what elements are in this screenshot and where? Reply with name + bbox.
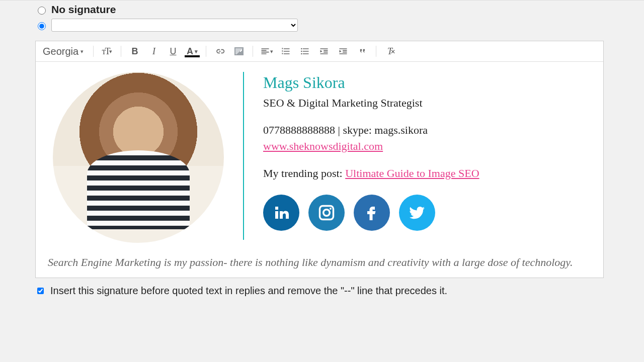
social-icons — [263, 195, 479, 231]
no-signature-label: No signature — [51, 4, 116, 16]
signature-tagline: Search Engine Marketing is my passion- t… — [48, 255, 591, 270]
svg-rect-3 — [320, 206, 334, 219]
image-icon — [234, 47, 244, 55]
signature-skype: mags.sikora — [374, 124, 428, 136]
avatar — [53, 72, 224, 243]
twitter-icon — [408, 204, 426, 222]
instagram-button[interactable] — [308, 195, 345, 231]
signature-website-link[interactable]: www.sheknowsdigital.com — [263, 140, 383, 152]
numbered-list-icon — [281, 46, 291, 56]
signature-content[interactable]: Mags Sikora SEO & Digital Marketing Stra… — [36, 62, 603, 278]
numbered-list-button[interactable] — [277, 44, 294, 58]
bulleted-list-icon — [300, 46, 310, 56]
italic-icon: I — [152, 46, 155, 57]
text-color-button[interactable]: A ▾ — [184, 44, 201, 58]
bulleted-list-button[interactable] — [296, 44, 313, 58]
font-family-label: Georgia — [43, 46, 78, 57]
font-size-button[interactable]: тT ▾ — [99, 44, 116, 58]
toolbar-separator — [253, 46, 253, 57]
toolbar-separator — [206, 46, 206, 57]
remove-formatting-button[interactable]: T✕ — [381, 44, 398, 58]
insert-image-button[interactable] — [230, 44, 248, 58]
bold-button[interactable]: B — [126, 44, 143, 58]
toolbar-separator — [376, 46, 376, 57]
svg-point-0 — [301, 48, 302, 50]
chevron-down-icon: ▾ — [195, 48, 198, 55]
chevron-down-icon: ▾ — [109, 48, 112, 55]
link-icon — [215, 46, 225, 56]
chevron-down-icon: ▾ — [80, 48, 84, 55]
indent-more-button[interactable] — [335, 44, 352, 58]
underline-icon: U — [170, 46, 177, 57]
linkedin-icon — [272, 204, 290, 222]
svg-point-1 — [301, 51, 302, 52]
font-size-icon: тT — [102, 46, 110, 57]
indent-more-icon — [338, 46, 348, 56]
signature-phone: 0778888888888 — [263, 124, 335, 136]
trending-post-link[interactable]: Ultimate Guide to Image SEO — [345, 167, 479, 179]
trending-label: My trending post: — [263, 167, 345, 179]
svg-point-2 — [301, 53, 302, 55]
signature-info: Mags Sikora SEO & Digital Marketing Stra… — [263, 69, 479, 231]
indent-less-icon — [319, 46, 329, 56]
facebook-button[interactable] — [354, 195, 390, 231]
instagram-icon — [317, 204, 336, 222]
signature-contact-line: 0778888888888 | skype: mags.sikora — [263, 122, 479, 138]
twitter-button[interactable] — [399, 195, 435, 231]
insert-before-quote-checkbox[interactable] — [37, 288, 44, 294]
chevron-down-icon: ▾ — [270, 48, 273, 55]
align-button[interactable]: ▾ — [258, 44, 275, 58]
signature-select[interactable] — [51, 19, 298, 32]
vertical-divider — [243, 72, 244, 240]
svg-point-5 — [330, 208, 332, 210]
signature-title: SEO & Digital Marketing Strategist — [263, 95, 479, 111]
quote-icon — [357, 46, 367, 56]
signature-name: Mags Sikora — [263, 71, 479, 94]
blockquote-button[interactable] — [354, 44, 371, 58]
signature-trending-line: My trending post: Ultimate Guide to Imag… — [263, 165, 479, 182]
indent-less-button[interactable] — [315, 44, 333, 58]
svg-point-4 — [324, 210, 330, 216]
font-family-picker[interactable]: Georgia ▾ — [40, 45, 88, 58]
toolbar-separator — [121, 46, 121, 57]
toolbar-separator — [93, 46, 94, 57]
signature-editor: Georgia ▾ тT ▾ B I U A ▾ — [35, 41, 604, 278]
remove-format-icon: T✕ — [387, 46, 392, 57]
link-button[interactable] — [211, 44, 228, 58]
italic-button[interactable]: I — [145, 44, 163, 58]
underline-button[interactable]: U — [165, 44, 182, 58]
bold-icon: B — [132, 46, 138, 57]
linkedin-button[interactable] — [263, 195, 299, 231]
use-signature-radio[interactable] — [38, 22, 46, 30]
no-signature-radio[interactable] — [38, 7, 46, 15]
facebook-icon — [363, 204, 381, 222]
insert-before-quote-label: Insert this signature before quoted text… — [50, 285, 447, 297]
align-left-icon — [260, 46, 270, 56]
editor-toolbar: Georgia ▾ тT ▾ B I U A ▾ — [36, 41, 603, 62]
